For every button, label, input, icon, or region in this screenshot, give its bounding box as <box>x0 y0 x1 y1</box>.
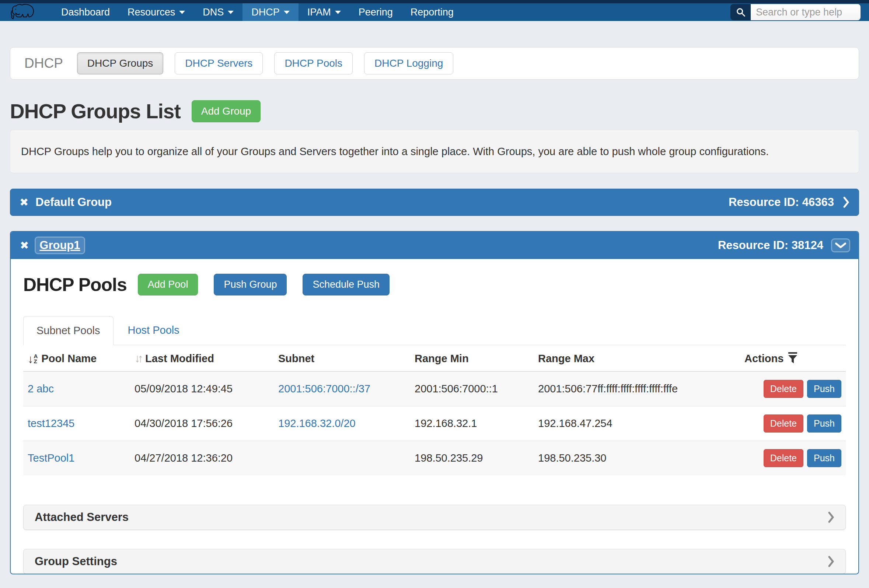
pool-name-cell: test12345 <box>23 406 130 441</box>
actions-cell: DeletePush <box>740 406 846 441</box>
pool-name-link[interactable]: 2 abc <box>28 383 54 395</box>
pools-tab-bar: Subnet Pools Host Pools <box>23 316 846 345</box>
group-row-default-group[interactable]: ✖ Default Group Resource ID: 46363 <box>10 189 859 216</box>
module-tab-dhcp-servers[interactable]: DHCP Servers <box>175 52 263 74</box>
mammoth-logo-icon[interactable] <box>9 3 39 21</box>
caret-down-icon <box>179 11 185 14</box>
chevron-right-icon[interactable] <box>843 197 850 208</box>
nav-item-resources[interactable]: Resources <box>119 3 194 21</box>
delete-button[interactable]: Delete <box>764 449 804 467</box>
pool-name-link[interactable]: TestPool1 <box>28 452 74 464</box>
range-min-cell: 2001:506:7000::1 <box>410 371 534 406</box>
group-row-group1[interactable]: ✖ Group1 Resource ID: 38124 <box>11 232 858 259</box>
push-group-button[interactable]: Push Group <box>214 274 287 295</box>
push-button[interactable]: Push <box>807 415 841 432</box>
actions-cell: DeletePush <box>740 371 846 406</box>
dhcp-pools-heading: DHCP Pools <box>23 274 127 295</box>
subnet-cell <box>274 441 410 475</box>
nav-item-reporting[interactable]: Reporting <box>402 3 463 21</box>
push-button[interactable]: Push <box>807 449 841 467</box>
push-button[interactable]: Push <box>807 380 841 398</box>
resource-id-label: Resource ID: 38124 <box>718 239 823 252</box>
nav-item-label: Peering <box>359 7 393 18</box>
module-tab-dhcp-groups[interactable]: DHCP Groups <box>77 52 163 74</box>
caret-down-icon <box>335 11 341 14</box>
filter-funnel-icon[interactable] <box>788 352 798 363</box>
nav-item-label: IPAM <box>307 7 331 18</box>
column-header-pool-name[interactable]: ↓AZPool Name <box>23 345 130 371</box>
group-row-left: ✖ Group1 <box>20 238 84 253</box>
pool-name-link[interactable]: test12345 <box>28 418 74 429</box>
subnet-link[interactable]: 192.168.32.0/20 <box>278 418 356 429</box>
top-strip <box>0 0 869 3</box>
subnet-cell: 2001:506:7000::/37 <box>274 371 410 406</box>
module-tab-dhcp-pools[interactable]: DHCP Pools <box>274 52 353 74</box>
module-tab-dhcp-logging[interactable]: DHCP Logging <box>364 52 453 74</box>
range-max-cell: 198.50.235.30 <box>534 441 740 475</box>
panel-label: Group Settings <box>35 555 117 568</box>
nav-item-peering[interactable]: Peering <box>350 3 402 21</box>
remove-group-icon[interactable]: ✖ <box>19 197 28 208</box>
search-icon <box>736 7 746 17</box>
dhcp-groups-page: Dashboard Resources DNS DHCP IPAM Peerin… <box>0 0 869 575</box>
group-row-left: ✖ Default Group <box>19 196 112 209</box>
search-input[interactable] <box>751 4 860 20</box>
last-modified-cell: 05/09/2018 12:49:45 <box>130 371 274 406</box>
range-min-cell: 198.50.235.29 <box>410 441 534 475</box>
table-row: test12345 04/30/2018 17:56:26 192.168.32… <box>23 406 846 441</box>
dhcp-pools-header: DHCP Pools Add Pool Push Group Schedule … <box>23 274 846 295</box>
main-navbar: Dashboard Resources DNS DHCP IPAM Peerin… <box>0 3 869 21</box>
add-pool-button[interactable]: Add Pool <box>138 274 198 295</box>
add-group-button[interactable]: Add Group <box>192 100 261 122</box>
search-button[interactable] <box>730 4 751 20</box>
sort-updown-icon: ↓↑ <box>135 352 141 365</box>
group-panel-group1: ✖ Group1 Resource ID: 38124 DHCP Pools A… <box>10 231 859 575</box>
module-label: DHCP <box>24 56 63 71</box>
last-modified-cell: 04/27/2018 12:36:20 <box>130 441 274 475</box>
page-description-panel: DHCP Groups help you to organize all of … <box>10 130 859 173</box>
subnet-link[interactable]: 2001:506:7000::/37 <box>278 383 371 395</box>
last-modified-cell: 04/30/2018 17:56:26 <box>130 406 274 441</box>
pool-name-cell: 2 abc <box>23 371 130 406</box>
group-name-link[interactable]: Group1 <box>36 238 84 253</box>
group-settings-panel[interactable]: Group Settings <box>23 549 846 574</box>
remove-group-icon[interactable]: ✖ <box>20 240 29 251</box>
nav-item-dhcp[interactable]: DHCP <box>243 3 298 21</box>
nav-item-dns[interactable]: DNS <box>194 3 243 21</box>
tab-host-pools[interactable]: Host Pools <box>115 316 192 345</box>
nav-item-label: Reporting <box>411 7 454 18</box>
column-header-range-min: Range Min <box>410 345 534 371</box>
delete-button[interactable]: Delete <box>764 415 804 432</box>
column-header-actions: Actions <box>740 345 846 371</box>
schedule-push-button[interactable]: Schedule Push <box>303 274 390 295</box>
page-title: DHCP Groups List <box>10 99 181 123</box>
main-nav: Dashboard Resources DNS DHCP IPAM Peerin… <box>52 3 463 21</box>
caret-down-icon <box>228 11 234 14</box>
nav-item-dashboard[interactable]: Dashboard <box>52 3 119 21</box>
column-header-range-max: Range Max <box>534 345 740 371</box>
panel-label: Attached Servers <box>35 511 129 524</box>
resource-id-label: Resource ID: 46363 <box>728 196 834 209</box>
column-header-last-modified[interactable]: ↓↑Last Modified <box>130 345 274 371</box>
range-min-cell: 192.168.32.1 <box>410 406 534 441</box>
sort-az-icon: ↓AZ <box>28 353 38 365</box>
tab-subnet-pools[interactable]: Subnet Pools <box>23 316 114 345</box>
attached-servers-panel[interactable]: Attached Servers <box>23 505 846 530</box>
global-search <box>730 4 860 20</box>
subnet-pools-table: ↓AZPool Name ↓↑Last Modified Subnet Rang… <box>23 345 846 475</box>
delete-button[interactable]: Delete <box>764 380 804 398</box>
group-row-right: Resource ID: 38124 <box>718 239 849 252</box>
group1-content: DHCP Pools Add Pool Push Group Schedule … <box>11 274 858 575</box>
chevron-right-icon <box>828 556 834 567</box>
table-row: TestPool1 04/27/2018 12:36:20 198.50.235… <box>23 441 846 475</box>
range-max-cell: 2001:506:77ff:ffff:ffff:ffff:ffff:fffe <box>534 371 740 406</box>
nav-item-label: Dashboard <box>61 7 110 18</box>
subnet-cell: 192.168.32.0/20 <box>274 406 410 441</box>
page-description-text: DHCP Groups help you to organize all of … <box>21 145 769 158</box>
column-header-subnet: Subnet <box>274 345 410 371</box>
pool-name-cell: TestPool1 <box>23 441 130 475</box>
chevron-down-icon[interactable] <box>832 240 849 251</box>
nav-item-label: DHCP <box>251 7 280 18</box>
nav-item-ipam[interactable]: IPAM <box>298 3 350 21</box>
nav-item-label: Resources <box>128 7 175 18</box>
